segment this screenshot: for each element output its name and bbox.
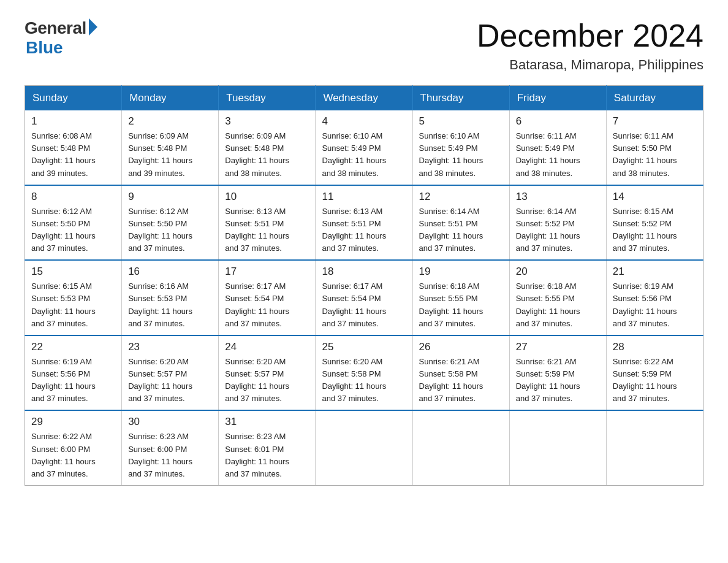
day-info: Sunrise: 6:16 AMSunset: 5:53 PMDaylight:… [128,280,212,330]
title-section: December 2024 Batarasa, Mimaropa, Philip… [477,18,703,73]
day-info: Sunrise: 6:20 AMSunset: 5:58 PMDaylight:… [322,356,406,405]
page-header: General Blue December 2024 Batarasa, Mim… [25,18,703,73]
calendar-cell: 22Sunrise: 6:19 AMSunset: 5:56 PMDayligh… [25,335,122,411]
day-header-friday: Friday [509,86,606,111]
day-number: 20 [516,266,600,278]
day-info: Sunrise: 6:20 AMSunset: 5:57 PMDaylight:… [225,356,309,405]
calendar-cell [412,410,509,485]
calendar-week-3: 15Sunrise: 6:15 AMSunset: 5:53 PMDayligh… [25,260,703,335]
day-number: 12 [419,191,503,203]
day-info: Sunrise: 6:22 AMSunset: 6:00 PMDaylight:… [31,431,115,480]
day-info: Sunrise: 6:13 AMSunset: 5:51 PMDaylight:… [322,205,406,255]
day-info: Sunrise: 6:19 AMSunset: 5:56 PMDaylight:… [31,356,115,405]
days-header-row: SundayMondayTuesdayWednesdayThursdayFrid… [25,86,703,111]
day-number: 27 [516,341,600,353]
day-info: Sunrise: 6:20 AMSunset: 5:57 PMDaylight:… [128,356,212,405]
calendar-cell: 25Sunrise: 6:20 AMSunset: 5:58 PMDayligh… [316,335,412,411]
calendar-cell: 9Sunrise: 6:12 AMSunset: 5:50 PMDaylight… [122,185,219,261]
logo-blue-text: Blue [26,38,63,58]
calendar-subtitle: Batarasa, Mimaropa, Philippines [477,57,703,73]
calendar-cell: 11Sunrise: 6:13 AMSunset: 5:51 PMDayligh… [316,185,412,261]
logo: General Blue [25,18,97,58]
day-info: Sunrise: 6:18 AMSunset: 5:55 PMDaylight:… [516,280,600,330]
calendar-week-2: 8Sunrise: 6:12 AMSunset: 5:50 PMDaylight… [25,185,703,261]
calendar-title: December 2024 [477,18,703,53]
calendar-week-4: 22Sunrise: 6:19 AMSunset: 5:56 PMDayligh… [25,335,703,411]
day-number: 3 [225,115,309,128]
day-header-sunday: Sunday [25,86,122,111]
day-number: 9 [128,191,212,203]
day-number: 7 [613,115,697,128]
day-info: Sunrise: 6:21 AMSunset: 5:59 PMDaylight:… [516,356,600,405]
calendar-cell: 13Sunrise: 6:14 AMSunset: 5:52 PMDayligh… [509,185,606,261]
calendar-cell: 8Sunrise: 6:12 AMSunset: 5:50 PMDaylight… [25,185,122,261]
day-number: 4 [322,115,406,128]
day-header-thursday: Thursday [412,86,509,111]
calendar-cell: 16Sunrise: 6:16 AMSunset: 5:53 PMDayligh… [122,260,219,335]
day-number: 13 [516,191,600,203]
day-info: Sunrise: 6:10 AMSunset: 5:49 PMDaylight:… [419,130,503,180]
calendar-cell: 12Sunrise: 6:14 AMSunset: 5:51 PMDayligh… [412,185,509,261]
calendar-cell: 17Sunrise: 6:17 AMSunset: 5:54 PMDayligh… [219,260,316,335]
day-header-monday: Monday [122,86,219,111]
day-info: Sunrise: 6:18 AMSunset: 5:55 PMDaylight:… [419,280,503,330]
day-number: 11 [322,191,406,203]
day-number: 6 [516,115,600,128]
day-info: Sunrise: 6:14 AMSunset: 5:51 PMDaylight:… [419,205,503,255]
calendar-cell: 1Sunrise: 6:08 AMSunset: 5:48 PMDaylight… [25,110,122,185]
day-info: Sunrise: 6:23 AMSunset: 6:00 PMDaylight:… [128,431,212,480]
calendar-cell: 10Sunrise: 6:13 AMSunset: 5:51 PMDayligh… [219,185,316,261]
day-number: 30 [128,416,212,428]
day-info: Sunrise: 6:12 AMSunset: 5:50 PMDaylight:… [31,205,115,255]
day-header-tuesday: Tuesday [219,86,316,111]
day-info: Sunrise: 6:12 AMSunset: 5:50 PMDaylight:… [128,205,212,255]
day-header-wednesday: Wednesday [316,86,412,111]
calendar-cell [509,410,606,485]
calendar-cell: 4Sunrise: 6:10 AMSunset: 5:49 PMDaylight… [316,110,412,185]
day-number: 22 [31,341,115,353]
day-info: Sunrise: 6:14 AMSunset: 5:52 PMDaylight:… [516,205,600,255]
day-header-saturday: Saturday [606,86,703,111]
day-number: 24 [225,341,309,353]
day-info: Sunrise: 6:09 AMSunset: 5:48 PMDaylight:… [128,130,212,180]
day-info: Sunrise: 6:08 AMSunset: 5:48 PMDaylight:… [31,130,115,180]
day-info: Sunrise: 6:21 AMSunset: 5:58 PMDaylight:… [419,356,503,405]
day-number: 31 [225,416,309,428]
day-info: Sunrise: 6:09 AMSunset: 5:48 PMDaylight:… [225,130,309,180]
calendar-cell: 23Sunrise: 6:20 AMSunset: 5:57 PMDayligh… [122,335,219,411]
day-number: 5 [419,115,503,128]
calendar-cell: 18Sunrise: 6:17 AMSunset: 5:54 PMDayligh… [316,260,412,335]
day-number: 19 [419,266,503,278]
day-number: 18 [322,266,406,278]
calendar-cell: 5Sunrise: 6:10 AMSunset: 5:49 PMDaylight… [412,110,509,185]
calendar-cell: 20Sunrise: 6:18 AMSunset: 5:55 PMDayligh… [509,260,606,335]
day-number: 26 [419,341,503,353]
calendar-cell: 29Sunrise: 6:22 AMSunset: 6:00 PMDayligh… [25,410,122,485]
calendar-cell: 21Sunrise: 6:19 AMSunset: 5:56 PMDayligh… [606,260,703,335]
day-info: Sunrise: 6:11 AMSunset: 5:49 PMDaylight:… [516,130,600,180]
day-number: 1 [31,115,115,128]
day-info: Sunrise: 6:17 AMSunset: 5:54 PMDaylight:… [225,280,309,330]
day-number: 17 [225,266,309,278]
day-info: Sunrise: 6:17 AMSunset: 5:54 PMDaylight:… [322,280,406,330]
day-number: 14 [613,191,697,203]
day-number: 23 [128,341,212,353]
calendar-cell: 31Sunrise: 6:23 AMSunset: 6:01 PMDayligh… [219,410,316,485]
calendar-cell: 24Sunrise: 6:20 AMSunset: 5:57 PMDayligh… [219,335,316,411]
calendar-week-5: 29Sunrise: 6:22 AMSunset: 6:00 PMDayligh… [25,410,703,485]
calendar-cell [606,410,703,485]
day-info: Sunrise: 6:23 AMSunset: 6:01 PMDaylight:… [225,431,309,480]
calendar-cell: 30Sunrise: 6:23 AMSunset: 6:00 PMDayligh… [122,410,219,485]
calendar-cell: 28Sunrise: 6:22 AMSunset: 5:59 PMDayligh… [606,335,703,411]
calendar-cell: 6Sunrise: 6:11 AMSunset: 5:49 PMDaylight… [509,110,606,185]
calendar-cell: 2Sunrise: 6:09 AMSunset: 5:48 PMDaylight… [122,110,219,185]
day-number: 16 [128,266,212,278]
day-info: Sunrise: 6:22 AMSunset: 5:59 PMDaylight:… [613,356,697,405]
day-info: Sunrise: 6:11 AMSunset: 5:50 PMDaylight:… [613,130,697,180]
calendar-week-1: 1Sunrise: 6:08 AMSunset: 5:48 PMDaylight… [25,110,703,185]
day-number: 15 [31,266,115,278]
calendar-cell: 14Sunrise: 6:15 AMSunset: 5:52 PMDayligh… [606,185,703,261]
day-number: 2 [128,115,212,128]
day-number: 21 [613,266,697,278]
calendar-cell: 26Sunrise: 6:21 AMSunset: 5:58 PMDayligh… [412,335,509,411]
